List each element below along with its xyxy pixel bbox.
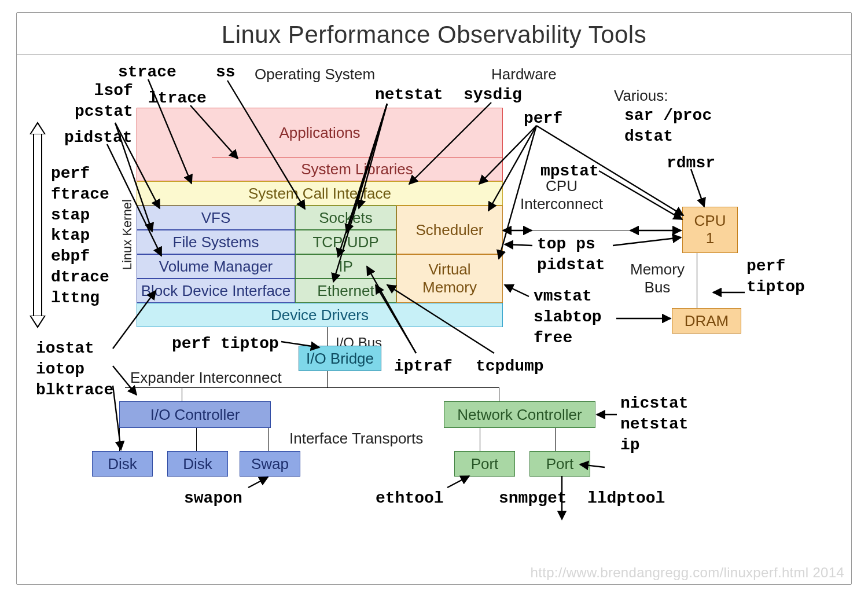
title-divider xyxy=(17,54,851,55)
box-iocontroller: I/O Controller xyxy=(119,401,271,428)
box-sched: Scheduler xyxy=(396,206,503,254)
box-dd: Device Drivers xyxy=(137,303,503,327)
box-fs: File Systems xyxy=(137,230,295,254)
tool-perf: perf xyxy=(524,108,562,129)
label-hw: Hardware xyxy=(491,65,557,83)
tool-nicstat: nicstat netstat ip xyxy=(620,393,689,455)
box-port-2: Port xyxy=(529,451,590,477)
tool-ss: ss xyxy=(216,62,236,83)
tool-mpstat: mpstat xyxy=(540,161,599,182)
box-tcpudp: TCP/UDP xyxy=(295,230,396,254)
box-sockets: Sockets xyxy=(295,206,396,230)
tool-perf-tiptop-l: perf tiptop xyxy=(172,334,279,354)
tool-netstat: netstat xyxy=(375,85,443,105)
tool-perf-tiptop-r: perf tiptop xyxy=(746,256,805,298)
tool-top-ps: top ps pidstat xyxy=(537,234,605,276)
tool-vmstat: vmstat slabtop free xyxy=(534,286,602,348)
label-expander: Expander Interconnect xyxy=(130,369,282,387)
diagram-frame: Linux Performance Observability Tools Ap… xyxy=(16,12,852,585)
box-swap: Swap xyxy=(240,451,300,477)
tool-ethtool: ethtool xyxy=(376,488,444,509)
tool-iostat: iostat iotop blktrace xyxy=(36,338,113,400)
box-volmgr: Volume Manager xyxy=(137,254,295,279)
tool-lsof-pcstat: lsof pcstat xyxy=(75,80,133,122)
box-dram: DRAM xyxy=(672,308,741,334)
tool-tcpdump: tcpdump xyxy=(476,356,544,377)
label-iftrans: Interface Transports xyxy=(289,430,423,448)
label-kernel: Linux Kernel xyxy=(120,199,135,270)
box-iobridge: I/O Bridge xyxy=(299,346,381,371)
box-vmem: Virtual Memory xyxy=(396,254,503,303)
page-title: Linux Performance Observability Tools xyxy=(17,21,851,49)
box-bdi: Block Device Interface xyxy=(137,279,295,303)
box-vfs: VFS xyxy=(137,206,295,230)
vertical-double-arrow-icon xyxy=(30,122,46,328)
label-various: Various: xyxy=(614,87,668,105)
tool-lldptool: lldptool xyxy=(587,488,665,509)
tool-pidstat: pidstat xyxy=(64,127,133,148)
tool-sysdig: sysdig xyxy=(464,85,522,105)
tool-various: sar /proc dstat xyxy=(624,105,712,147)
label-membus: Memory Bus xyxy=(630,261,685,296)
box-ip: IP xyxy=(295,254,396,279)
tool-ltrace: ltrace xyxy=(148,88,207,109)
box-syslibs-pad xyxy=(137,157,212,181)
tool-swapon: swapon xyxy=(184,488,242,509)
box-applications: Applications xyxy=(137,108,503,157)
footer-link: http://www.brendangregg.com/linuxperf.ht… xyxy=(531,565,844,581)
label-os: Operating System xyxy=(255,65,375,83)
box-netcontroller: Network Controller xyxy=(444,401,595,428)
tool-iptraf: iptraf xyxy=(394,356,453,377)
tool-rdmsr: rdmsr xyxy=(667,153,715,174)
box-syslibs: System Libraries xyxy=(211,157,503,181)
tool-snmpget: snmpget xyxy=(499,488,567,509)
tool-strace: strace xyxy=(118,62,176,83)
box-eth: Ethernet xyxy=(295,279,396,303)
label-cpuic: CPU Interconnect xyxy=(520,177,603,213)
box-disk-1: Disk xyxy=(92,451,153,477)
box-port-1: Port xyxy=(454,451,515,477)
box-cpu: CPU 1 xyxy=(682,207,738,253)
tool-left-stack: perf ftrace stap ktap ebpf dtrace lttng xyxy=(51,163,109,309)
box-disk-2: Disk xyxy=(167,451,228,477)
box-sci: System Call Interface xyxy=(137,181,503,206)
